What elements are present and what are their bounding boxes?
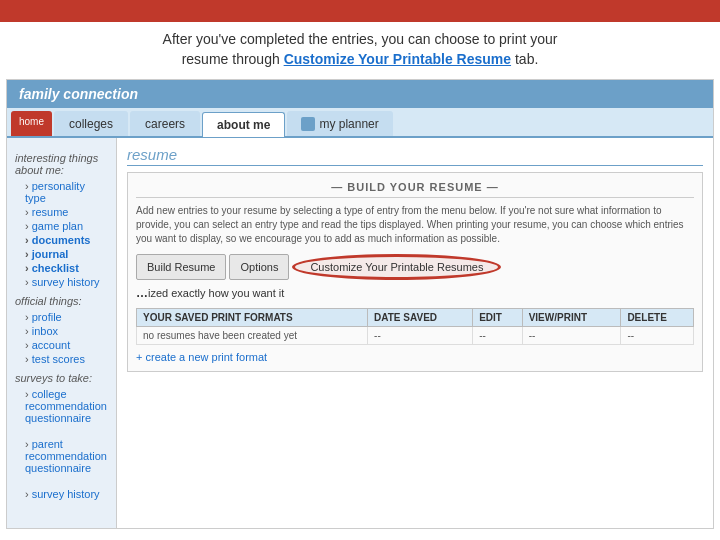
sidebar-link-inbox[interactable]: inbox xyxy=(15,324,108,338)
tab-careers[interactable]: careers xyxy=(130,111,200,136)
table-cell-edit: -- xyxy=(473,327,523,345)
sidebar-section2-title: official things: xyxy=(15,295,108,307)
sidebar-link-checklist[interactable]: checklist xyxy=(15,261,108,275)
resume-title: resume xyxy=(127,146,703,166)
build-box: — BUILD YOUR RESUME — Add new entries to… xyxy=(127,172,703,372)
sidebar-link-journal[interactable]: journal xyxy=(15,247,108,261)
col-date-saved: DATE SAVED xyxy=(368,309,473,327)
customize-button-oval[interactable]: Customize Your Printable Resumes xyxy=(292,254,501,280)
build-box-text: Add new entries to your resume by select… xyxy=(136,204,694,246)
col-edit: EDIT xyxy=(473,309,523,327)
sidebar-link-game-plan[interactable]: game plan xyxy=(15,219,108,233)
main-content: resume — BUILD YOUR RESUME — Add new ent… xyxy=(117,138,713,528)
sidebar-link-documents[interactable]: documents xyxy=(15,233,108,247)
customize-button[interactable]: Customize Your Printable Resumes xyxy=(300,258,493,276)
planner-icon xyxy=(301,117,315,131)
col-delete: DELETE xyxy=(621,309,694,327)
table-cell-name: no resumes have been created yet xyxy=(137,327,368,345)
build-resume-button[interactable]: Build Resume xyxy=(136,254,226,280)
table-cell-date: -- xyxy=(368,327,473,345)
sidebar-link-profile[interactable]: profile xyxy=(15,310,108,324)
tab-colleges[interactable]: colleges xyxy=(54,111,128,136)
create-link-row: create a new print format xyxy=(136,351,694,363)
sidebar-section3-title: surveys to take: xyxy=(15,372,108,384)
create-print-format-link[interactable]: create a new print format xyxy=(136,351,267,363)
fc-header: family connection xyxy=(7,80,713,108)
instruction-area: After you've completed the entries, you … xyxy=(0,22,720,75)
instruction-text1: After you've completed the entries, you … xyxy=(163,31,558,47)
sidebar-link-parent-rec[interactable]: parent recommendation questionnaire xyxy=(15,437,108,475)
sidebar-link-college-rec[interactable]: college recommendation questionnaire xyxy=(15,387,108,425)
table-row: no resumes have been created yet -- -- -… xyxy=(137,327,694,345)
sidebar-link-personality[interactable]: personality type xyxy=(15,179,108,205)
options-button[interactable]: Options xyxy=(229,254,289,280)
customize-text: …ized exactly how you want it xyxy=(136,286,694,300)
sidebar: interesting things about me: personality… xyxy=(7,138,117,528)
browser-sim: family connection home colleges careers … xyxy=(6,79,714,529)
nav-tabs: home colleges careers about me my planne… xyxy=(7,108,713,138)
sidebar-link-account[interactable]: account xyxy=(15,338,108,352)
sidebar-link-survey-history2[interactable]: survey history xyxy=(15,487,108,501)
instruction-text3: tab. xyxy=(511,51,538,67)
sidebar-link-resume[interactable]: resume xyxy=(15,205,108,219)
tab-my-planner[interactable]: my planner xyxy=(287,111,392,136)
nav-tab-home[interactable]: home xyxy=(11,111,52,136)
sidebar-link-test-scores[interactable]: test scores xyxy=(15,352,108,366)
tab-about-me[interactable]: about me xyxy=(202,112,285,137)
sidebar-link-survey-history[interactable]: survey history xyxy=(15,275,108,289)
instruction-link[interactable]: Customize Your Printable Resume xyxy=(284,51,511,67)
saved-table: YOUR SAVED PRINT FORMATS DATE SAVED EDIT… xyxy=(136,308,694,345)
top-banner xyxy=(0,0,720,22)
table-cell-delete: -- xyxy=(621,327,694,345)
table-cell-view: -- xyxy=(522,327,621,345)
build-box-title: — BUILD YOUR RESUME — xyxy=(136,181,694,198)
col-view-print: VIEW/PRINT xyxy=(522,309,621,327)
instruction-text2: resume through xyxy=(182,51,284,67)
sidebar-section1-title: interesting things about me: xyxy=(15,152,108,176)
col-saved-formats: YOUR SAVED PRINT FORMATS xyxy=(137,309,368,327)
